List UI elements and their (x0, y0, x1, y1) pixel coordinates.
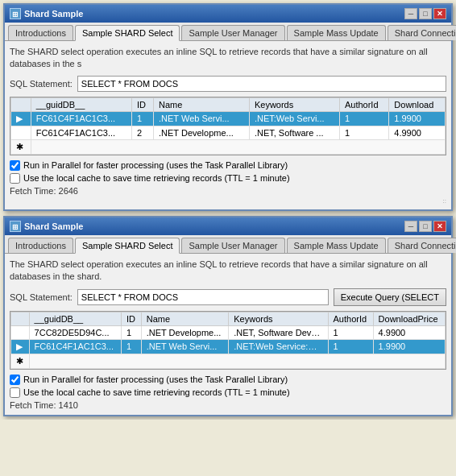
cell-guiddb: FC61C4F1AC1C3... (31, 126, 131, 139)
data-table-container-2: __guidDB__ ID Name Keywords AuthorId Dow… (10, 311, 446, 370)
cell-download: 4.9900 (373, 325, 445, 339)
checkbox-cache-1[interactable] (10, 173, 20, 184)
checkbox-row-parallel-2: Run in Parallel for faster processing (u… (10, 375, 446, 385)
minimize-btn-1[interactable]: ─ (404, 8, 417, 19)
minimize-btn-2[interactable]: ─ (404, 221, 417, 232)
tab-shard-connections-1[interactable]: Shard Connections (388, 25, 456, 40)
tab-mass-update-2[interactable]: Sample Mass Update (287, 238, 386, 253)
data-table-1: __guidDB__ ID Name Keywords AuthorId Dow… (10, 97, 446, 155)
window-2: ⊞ Shard Sample ─ □ ✕ Introductions Sampl… (3, 216, 453, 416)
checkbox-row-cache-1: Use the local cache to save time retriev… (10, 173, 446, 184)
execute-query-btn[interactable]: Execute Query (SELECT (334, 288, 446, 306)
sql-label-2: SQL Statement: (10, 292, 73, 302)
fetch-time-2: Fetch Time: 1410 (10, 400, 446, 410)
col-id-2: ID (122, 312, 142, 325)
new-row-indicator: ✱ (11, 139, 446, 154)
window-title-1: Shard Sample (24, 9, 83, 19)
tab-introductions-1[interactable]: Introductions (8, 25, 73, 40)
fetch-time-1: Fetch Time: 2646 (10, 186, 446, 196)
cell-keywords: .NET:Web Servi... (249, 111, 339, 126)
cell-guiddb: FC61C4F1AC1C3... (31, 111, 131, 126)
checkbox-row-cache-2: Use the local cache to save time retriev… (10, 387, 446, 398)
content-area-1: The SHARD select operation executes an i… (5, 41, 451, 209)
cell-id: 2 (132, 126, 154, 139)
checkbox-cache-label-2: Use the local cache to save time retriev… (23, 387, 290, 397)
data-table-2: __guidDB__ ID Name Keywords AuthorId Dow… (10, 312, 446, 369)
sql-label-1: SQL Statement: (10, 79, 73, 89)
cell-download: 4.9900 (389, 126, 446, 139)
col-indicator-1 (11, 97, 31, 111)
table-row[interactable]: FC61C4F1AC1C3... 2 .NET Developme... .NE… (11, 126, 446, 139)
col-guiddb-1: __guidDB__ (31, 97, 131, 111)
table-row[interactable]: ▶ FC61C4F1AC1C3... 1 .NET Web Servi... .… (11, 339, 446, 354)
col-indicator-2 (11, 312, 30, 325)
checkbox-parallel-1[interactable] (10, 160, 20, 171)
table-row[interactable]: ▶ FC61C4F1AC1C3... 1 .NET Web Servi... .… (11, 111, 446, 126)
col-download-2: DownloadPrice (373, 312, 445, 325)
col-id-1: ID (132, 97, 154, 111)
sql-input-2[interactable] (77, 289, 329, 305)
col-keywords-1: Keywords (249, 97, 339, 111)
cell-download: 1.9900 (373, 339, 445, 354)
resize-grip-1[interactable]: :: (10, 197, 446, 205)
data-table-container-1: __guidDB__ ID Name Keywords AuthorId Dow… (10, 97, 446, 155)
cell-keywords: .NET, Software Development, questi... (229, 325, 328, 339)
checkbox-parallel-2[interactable] (10, 375, 20, 385)
cell-guiddb: FC61C4F1AC1C3... (29, 339, 121, 354)
cell-name: .NET Web Servi... (154, 111, 250, 126)
tab-user-manager-1[interactable]: Sample User Manager (181, 25, 284, 40)
cell-authorid: 1 (339, 126, 388, 139)
cell-guiddb: 7CC82DE5D94C... (29, 325, 121, 339)
col-name-2: Name (141, 312, 229, 325)
cell-id: 1 (122, 325, 142, 339)
tab-mass-update-1[interactable]: Sample Mass Update (287, 25, 386, 40)
close-btn-1[interactable]: ✕ (433, 8, 446, 19)
cell-download: 1.9900 (389, 111, 446, 126)
close-btn-2[interactable]: ✕ (433, 221, 446, 232)
cell-keywords: .NET:Web Service:WCF:SSL:X509... (229, 339, 328, 354)
window-1: ⊞ Shard Sample ─ □ ✕ Introductions Sampl… (3, 3, 453, 211)
tab-bar-1: Introductions Sample SHARD Select Sample… (5, 23, 451, 41)
tab-shard-connections-2[interactable]: Shard Connections (388, 238, 456, 253)
cell-name: .NET Web Servi... (141, 339, 229, 354)
new-row-indicator: ✱ (11, 354, 446, 368)
app-icon-1: ⊞ (10, 8, 21, 19)
col-download-1: Download (389, 97, 446, 111)
tab-introductions-2[interactable]: Introductions (8, 238, 73, 253)
sql-input-1[interactable] (77, 76, 446, 92)
cell-authorid: 1 (328, 325, 373, 339)
cell-keywords: .NET, Software ... (249, 126, 339, 139)
sql-row-2: SQL Statement: Execute Query (SELECT (10, 288, 446, 306)
cell-name: .NET Developme... (154, 126, 250, 139)
description-2: The SHARD select operation executes an i… (10, 259, 446, 284)
checkbox-parallel-label-2: Run in Parallel for faster processing (u… (23, 375, 288, 384)
app-icon-2: ⊞ (10, 221, 21, 232)
row-indicator: ▶ (11, 339, 30, 354)
cell-id: 1 (122, 339, 142, 354)
title-bar-1: ⊞ Shard Sample ─ □ ✕ (5, 5, 451, 23)
tab-shard-select-2[interactable]: Sample SHARD Select (75, 238, 180, 254)
row-indicator: ▶ (11, 111, 31, 126)
cell-authorid: 1 (339, 111, 388, 126)
row-indicator (11, 126, 31, 139)
col-guiddb-2: __guidDB__ (29, 312, 121, 325)
sql-row-1: SQL Statement: (10, 76, 446, 92)
row-indicator (11, 325, 30, 339)
tab-user-manager-2[interactable]: Sample User Manager (181, 238, 284, 253)
cell-name: .NET Developme... (141, 325, 229, 339)
checkbox-parallel-label-1: Run in Parallel for faster processing (u… (23, 160, 288, 170)
title-bar-2: ⊞ Shard Sample ─ □ ✕ (5, 217, 451, 235)
checkbox-cache-label-1: Use the local cache to save time retriev… (23, 173, 290, 183)
tab-shard-select-1[interactable]: Sample SHARD Select (75, 25, 180, 41)
maximize-btn-1[interactable]: □ (419, 8, 432, 19)
checkbox-row-parallel-1: Run in Parallel for faster processing (u… (10, 160, 446, 171)
checkbox-cache-2[interactable] (10, 387, 20, 398)
content-area-2: The SHARD select operation executes an i… (5, 254, 451, 415)
description-1: The SHARD select operation executes an i… (10, 46, 446, 71)
col-keywords-2: Keywords (229, 312, 328, 325)
cell-id: 1 (132, 111, 154, 126)
col-authorid-1: AuthorId (339, 97, 388, 111)
window-title-2: Shard Sample (24, 221, 83, 231)
table-row[interactable]: 7CC82DE5D94C... 1 .NET Developme... .NET… (11, 325, 446, 339)
maximize-btn-2[interactable]: □ (419, 221, 432, 232)
